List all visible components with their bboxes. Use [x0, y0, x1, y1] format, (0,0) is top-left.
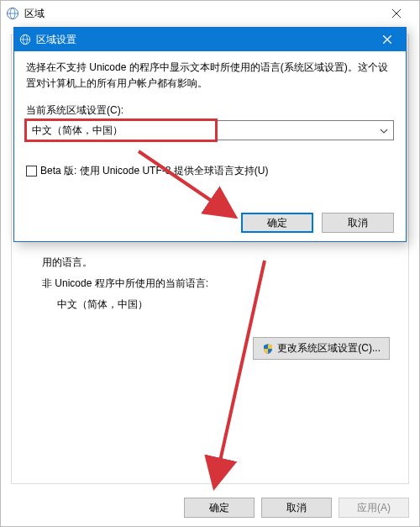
modal-description: 选择在不支持 Unicode 的程序中显示文本时所使用的语言(系统区域设置)。这…: [26, 60, 394, 92]
outer-cancel-button[interactable]: 取消: [261, 498, 332, 518]
truncated-text: 用的语言。: [42, 256, 393, 270]
modal-close-button[interactable]: [374, 28, 401, 51]
modal-ok-button[interactable]: 确定: [241, 213, 313, 233]
section-label: 非 Unicode 程序中所使用的当前语言:: [42, 277, 393, 291]
outer-titlebar: 区域: [1, 1, 419, 26]
modal-titlebar: 区域设置: [14, 28, 406, 51]
beta-utf8-checkbox[interactable]: [26, 166, 37, 177]
modal-cancel-button[interactable]: 取消: [322, 213, 394, 233]
outer-cancel-label: 取消: [286, 501, 307, 515]
outer-content: 用的语言。 非 Unicode 程序中所使用的当前语言: 中文（简体，中国） 更…: [12, 237, 408, 372]
outer-close-button[interactable]: [377, 1, 416, 26]
globe-icon: [19, 34, 31, 45]
modal-title: 区域设置: [36, 33, 374, 47]
modal-footer: 确定 取消: [241, 213, 394, 233]
modal-body: 选择在不支持 Unicode 的程序中显示文本时所使用的语言(系统区域设置)。这…: [14, 51, 406, 187]
locale-combo-wrap: 中文（简体，中国）: [26, 120, 394, 140]
combo-label: 当前系统区域设置(C):: [26, 103, 394, 118]
beta-utf8-label: Beta 版: 使用 Unicode UTF-8 提供全球语言支持(U): [40, 164, 268, 178]
outer-apply-button: 应用(A): [339, 498, 409, 518]
outer-apply-label: 应用(A): [357, 501, 391, 515]
outer-ok-button[interactable]: 确定: [184, 498, 255, 518]
modal-cancel-label: 取消: [348, 216, 368, 230]
change-region-button[interactable]: 更改系统区域设置(C)...: [253, 337, 390, 360]
current-language-value: 中文（简体，中国）: [57, 298, 393, 312]
change-region-label: 更改系统区域设置(C)...: [277, 341, 381, 356]
close-icon: [383, 35, 391, 44]
outer-footer: 确定 取消 应用(A): [184, 498, 409, 518]
beta-row: Beta 版: 使用 Unicode UTF-8 提供全球语言支持(U): [26, 164, 394, 178]
globe-icon: [6, 7, 19, 20]
outer-ok-label: 确定: [209, 501, 229, 515]
locale-combobox[interactable]: 中文（简体，中国）: [26, 120, 394, 140]
modal-ok-label: 确定: [267, 216, 287, 230]
region-settings-dialog: 区域设置 选择在不支持 Unicode 的程序中显示文本时所使用的语言(系统区域…: [13, 27, 407, 242]
close-icon: [392, 9, 401, 18]
shield-icon: [262, 343, 274, 355]
locale-combobox-value: 中文（简体，中国）: [32, 124, 123, 138]
outer-title: 区域: [24, 7, 377, 21]
chevron-down-icon: [380, 127, 388, 135]
